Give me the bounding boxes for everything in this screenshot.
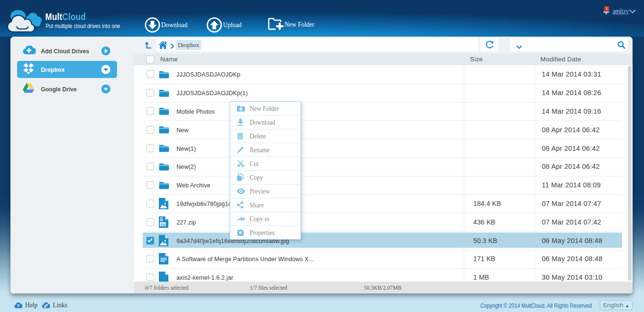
svg-text:zip: zip bbox=[160, 222, 166, 226]
svg-text:?: ? bbox=[17, 303, 20, 308]
